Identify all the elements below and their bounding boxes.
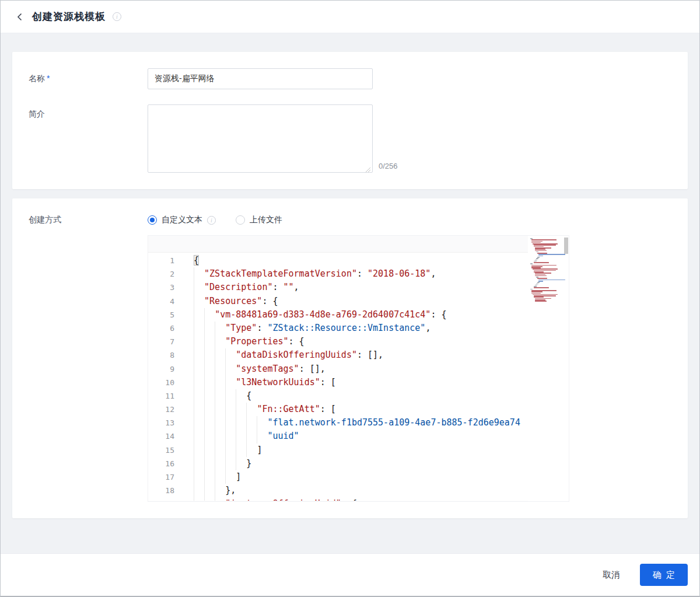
page-body: 名称* 简介 0/256 创建方式 (1, 33, 699, 553)
json-code-editor[interactable]: 1{2 "ZStackTemplateFormatVersion": "2018… (148, 235, 569, 502)
radio-selected-icon[interactable] (148, 215, 157, 225)
name-row: 名称* (29, 68, 671, 89)
method-label: 创建方式 (29, 215, 148, 225)
code-line: 14 "uuid" (148, 430, 569, 443)
radio-unselected-icon[interactable] (236, 215, 245, 225)
required-mark: * (47, 74, 50, 83)
code-line: 2 "ZStackTemplateFormatVersion": "2018-0… (148, 267, 569, 281)
cancel-button[interactable]: 取消 (600, 566, 622, 584)
radio-option-custom-text[interactable]: 自定义文本 i (148, 215, 216, 225)
line-number: 18 (148, 484, 194, 497)
code-line: 13 "flat.network-f1bd7555-a109-4ae7-b885… (148, 416, 569, 430)
line-number: 2 (148, 267, 194, 281)
line-number: 17 (148, 470, 194, 484)
editor-toolbar (148, 236, 569, 253)
method-radio-group: 自定义文本 i 上传文件 (148, 215, 282, 225)
creation-method-card: 创建方式 自定义文本 i 上传文件 (12, 198, 688, 518)
create-stack-template-page: 创建资源栈模板 i 名称* 简介 (0, 0, 700, 597)
description-row: 简介 0/256 (29, 104, 671, 173)
line-number: 12 (148, 403, 194, 416)
line-number: 1 (148, 254, 194, 267)
line-number: 7 (148, 335, 194, 348)
code-line: 17 ] (148, 470, 569, 484)
line-number: 10 (148, 376, 194, 389)
code-line: 9 "systemTags": [], (148, 362, 569, 376)
code-line: 19 "instanceOfferingUuid": { (148, 497, 569, 501)
editor-scrollbar[interactable] (564, 238, 568, 254)
description-label: 简介 (29, 104, 148, 120)
resize-handle-icon[interactable] (365, 165, 371, 170)
line-number: 11 (148, 389, 194, 403)
code-line: 5 "vm-88481a69-d383-4d8e-a769-2d64007c41… (148, 308, 569, 322)
code-line: 12 "Fn::GetAtt": [ (148, 403, 569, 416)
line-number: 15 (148, 444, 194, 457)
line-number: 3 (148, 281, 194, 294)
code-line: 10 "l3NetworkUuids": [ (148, 376, 569, 389)
line-number: 8 (148, 348, 194, 362)
char-counter: 0/256 (379, 162, 398, 173)
line-number: 9 (148, 362, 194, 376)
line-number: 16 (148, 457, 194, 470)
line-number: 6 (148, 322, 194, 335)
code-line: 4 "Resources": { (148, 295, 569, 308)
footer-actions: 取消 确定 (1, 553, 699, 596)
code-line: 16 } (148, 457, 569, 470)
line-number: 4 (148, 295, 194, 308)
method-row: 创建方式 自定义文本 i 上传文件 (29, 215, 671, 225)
line-number: 13 (148, 416, 194, 430)
radio-option-upload-file[interactable]: 上传文件 (236, 215, 282, 225)
minimap[interactable] (528, 236, 569, 501)
code-lines[interactable]: 1{2 "ZStackTemplateFormatVersion": "2018… (148, 253, 569, 501)
back-icon[interactable] (15, 12, 25, 22)
line-number: 19 (148, 497, 194, 501)
base-info-card: 名称* 简介 0/256 (12, 52, 688, 189)
code-line: 8 "dataDiskOfferingUuids": [], (148, 348, 569, 362)
code-line: 7 "Properties": { (148, 335, 569, 348)
name-input[interactable] (148, 68, 373, 89)
page-title: 创建资源栈模板 (32, 10, 106, 23)
code-line: 6 "Type": "ZStack::Resource::VmInstance"… (148, 322, 569, 335)
code-line: 1{ (148, 254, 569, 267)
description-textarea[interactable] (148, 104, 373, 173)
code-line: 3 "Description": "", (148, 281, 569, 294)
confirm-button[interactable]: 确定 (640, 564, 688, 586)
line-number: 14 (148, 430, 194, 443)
code-line: 18 }, (148, 484, 569, 497)
custom-text-info-icon[interactable]: i (207, 216, 216, 225)
title-info-icon[interactable]: i (113, 12, 121, 21)
code-line: 15 ] (148, 444, 569, 457)
line-number: 5 (148, 308, 194, 322)
page-header: 创建资源栈模板 i (1, 1, 699, 33)
name-label: 名称* (29, 74, 148, 84)
code-line: 11 { (148, 389, 569, 403)
